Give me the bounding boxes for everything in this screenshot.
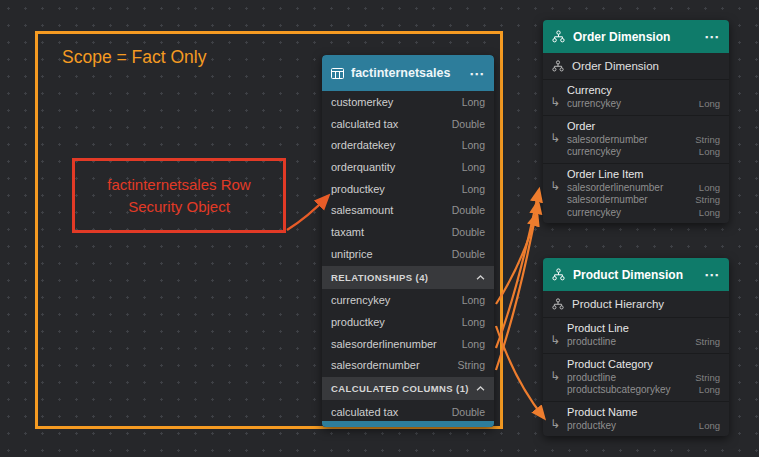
hierarchy-level-row[interactable]: ↳ Product Line productlineString — [543, 317, 729, 353]
hierarchy-level-row[interactable]: ↳ Product Name productkeyLong — [543, 401, 729, 437]
hierarchy-row[interactable]: Product Hierarchy — [543, 291, 729, 317]
elbow-arrow-icon: ↳ — [550, 180, 560, 220]
column-row[interactable]: orderquantityLong — [322, 156, 494, 178]
column-row[interactable]: unitpriceDouble — [322, 243, 494, 265]
elbow-arrow-icon: ↳ — [550, 370, 560, 397]
diagram-canvas[interactable]: Scope = Fact Only factinternetsales Row … — [0, 0, 759, 457]
fact-table-card: factinternetsales ⋯ customerkeyLong calc… — [322, 55, 494, 427]
product-dimension-menu-button[interactable]: ⋯ — [704, 267, 720, 282]
security-annotation-label: factinternetsales Row Security Object — [89, 174, 269, 218]
order-dimension-menu-button[interactable]: ⋯ — [704, 29, 720, 44]
column-row[interactable]: orderdatekeyLong — [322, 134, 494, 156]
elbow-arrow-icon: ↳ — [550, 96, 560, 111]
relationship-row[interactable]: currencykeyLong — [322, 290, 494, 312]
dimension-icon — [552, 30, 565, 43]
hierarchy-icon — [552, 60, 564, 72]
fact-table-header[interactable]: factinternetsales ⋯ — [322, 55, 494, 91]
relationships-section-header[interactable]: RELATIONSHIPS (4) — [322, 266, 494, 289]
column-row[interactable]: taxamtDouble — [322, 221, 494, 243]
table-icon — [331, 68, 344, 79]
hierarchy-level-row[interactable]: ↳ Product Category productlineString pro… — [543, 353, 729, 401]
dimension-icon — [552, 268, 565, 281]
column-row[interactable]: calculated taxDouble — [322, 113, 494, 135]
relationship-row[interactable]: salesordernumberString — [322, 355, 494, 377]
product-dimension-title: Product Dimension — [573, 268, 683, 282]
order-dimension-card: Order Dimension ⋯ Order Dimension ↳ Curr… — [543, 20, 729, 223]
chevron-up-icon[interactable] — [476, 386, 485, 391]
elbow-arrow-icon: ↳ — [550, 132, 560, 159]
relationship-row[interactable]: salesorderlinenumberLong — [322, 333, 494, 355]
column-row[interactable]: customerkeyLong — [322, 91, 494, 113]
fact-table-menu-button[interactable]: ⋯ — [469, 66, 485, 81]
hierarchy-row[interactable]: Order Dimension — [543, 53, 729, 79]
productkey-arrow[interactable] — [496, 326, 544, 418]
hierarchy-level-row[interactable]: ↳ Order salesordernumberString currencyk… — [543, 115, 729, 163]
chevron-up-icon[interactable] — [476, 275, 485, 280]
fact-table-title: factinternetsales — [351, 66, 450, 80]
relationship-row[interactable]: productkeyLong — [322, 311, 494, 333]
hierarchy-icon — [552, 298, 564, 310]
horizontal-scrollbar[interactable] — [322, 421, 494, 427]
column-row[interactable]: productkeyLong — [322, 178, 494, 200]
column-row[interactable]: salesamountDouble — [322, 199, 494, 221]
elbow-arrow-icon: ↳ — [550, 418, 560, 433]
security-annotation-rect[interactable]: factinternetsales Row Security Object — [72, 158, 286, 233]
hierarchy-level-row[interactable]: ↳ Order Line Item salesorderlinenumberLo… — [543, 163, 729, 224]
calculated-columns-section-header[interactable]: CALCULATED COLUMNS (1) — [322, 377, 494, 400]
elbow-arrow-icon: ↳ — [550, 334, 560, 349]
product-dimension-header[interactable]: Product Dimension ⋯ — [543, 258, 729, 291]
order-dimension-header[interactable]: Order Dimension ⋯ — [543, 20, 729, 53]
order-dimension-title: Order Dimension — [573, 30, 670, 44]
hierarchy-level-row[interactable]: ↳ Currency currencykeyLong — [543, 79, 729, 115]
product-dimension-card: Product Dimension ⋯ Product Hierarchy ↳ … — [543, 258, 729, 436]
scope-annotation-label[interactable]: Scope = Fact Only — [62, 47, 206, 68]
calculated-column-row[interactable]: calculated taxDouble — [322, 401, 494, 423]
